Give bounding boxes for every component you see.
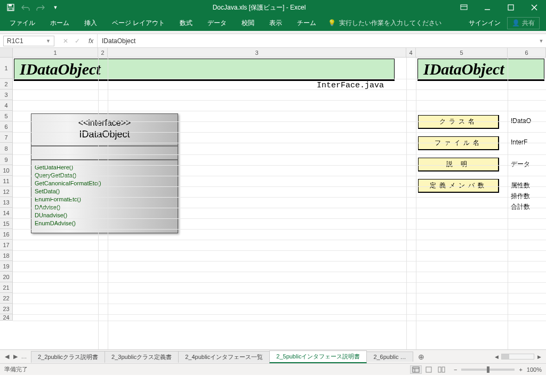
- sheet-tab[interactable]: 2_4publicインタフェース一覧: [178, 351, 270, 363]
- zoom-value[interactable]: 100%: [527, 366, 542, 373]
- sheet-tab[interactable]: 2_2publicクラス説明書: [31, 351, 105, 363]
- cancel-formula-button[interactable]: ✕: [61, 37, 70, 45]
- col-header[interactable]: 4: [406, 48, 416, 57]
- sheet-tab[interactable]: 2_6public …: [366, 352, 413, 362]
- view-normal-button[interactable]: [410, 365, 422, 374]
- svg-rect-14: [442, 367, 445, 372]
- tab-formula[interactable]: 数式: [172, 15, 200, 31]
- status-text: 準備完了: [4, 365, 28, 373]
- tab-home[interactable]: ホーム: [43, 15, 77, 31]
- enter-formula-button[interactable]: ✓: [73, 37, 82, 45]
- col-header[interactable]: 6: [508, 48, 546, 57]
- value-classname: IDataO: [511, 117, 531, 125]
- tell-me-search[interactable]: 💡 実行したい作業を入力してください: [328, 19, 441, 28]
- tab-file[interactable]: ファイル: [2, 15, 43, 31]
- row-header[interactable]: 21: [0, 282, 12, 293]
- row-header[interactable]: 1: [0, 58, 12, 79]
- sheet-tab-label: 2_6public: [373, 354, 398, 360]
- signin-link[interactable]: サインイン: [469, 19, 501, 28]
- sheet-nav-prev[interactable]: ◀: [3, 353, 11, 360]
- zoom-in-button[interactable]: +: [519, 366, 522, 373]
- tell-me-placeholder: 実行したい作業を入力してください: [339, 19, 441, 28]
- row-header[interactable]: 23: [0, 304, 12, 314]
- row-header[interactable]: 10: [0, 165, 12, 176]
- share-button[interactable]: 👤 共有: [507, 17, 540, 29]
- titlebar: ▼ DocJava.xls [保護ビュー] - Excel: [0, 0, 546, 15]
- subtitle-filename: InterFace.java: [317, 81, 384, 90]
- formula-expand-button[interactable]: ▼: [536, 38, 546, 44]
- row-header[interactable]: 18: [0, 250, 12, 261]
- row-header[interactable]: 14: [0, 208, 12, 218]
- row-header[interactable]: 19: [0, 261, 12, 272]
- view-pagebreak-button[interactable]: [436, 365, 447, 374]
- tab-data[interactable]: データ: [200, 15, 234, 31]
- row-header[interactable]: 6: [0, 121, 12, 132]
- row-header[interactable]: 4: [0, 100, 12, 111]
- sheet-nav-arrows: ◀ ▶ …: [0, 353, 31, 360]
- sheet-tab-active[interactable]: 2_5publicインタフェース説明書: [269, 350, 367, 363]
- formula-input[interactable]: IDataObject: [98, 37, 536, 45]
- uml-attributes: [31, 146, 178, 160]
- value-ops-count: 操作数: [511, 192, 530, 201]
- row-header[interactable]: 12: [0, 186, 12, 197]
- scroll-track[interactable]: [501, 354, 534, 360]
- col-header[interactable]: 1: [13, 48, 98, 57]
- row-header[interactable]: 13: [0, 197, 12, 208]
- ribbon-display-button[interactable]: [452, 0, 476, 15]
- qat-customize-button[interactable]: ▼: [49, 1, 62, 14]
- row-header[interactable]: 22: [0, 293, 12, 304]
- tab-review[interactable]: 校閲: [234, 15, 262, 31]
- select-all-corner[interactable]: [0, 48, 13, 57]
- title-cell-idataobject: IDataObject: [14, 59, 395, 81]
- fx-button[interactable]: fx: [84, 37, 94, 45]
- label-description: 説 明: [418, 158, 499, 172]
- row-header[interactable]: 16: [0, 229, 12, 240]
- close-button[interactable]: [523, 0, 546, 15]
- view-pagelayout-button[interactable]: [423, 365, 435, 374]
- row-header[interactable]: 11: [0, 176, 12, 186]
- redo-button[interactable]: [34, 1, 47, 14]
- col-header[interactable]: 3: [108, 48, 406, 57]
- sheet-tab-bar: ◀ ▶ … 2_2publicクラス説明書 2_3publicクラス定義書 2_…: [0, 349, 546, 363]
- name-box-value: R1C1: [7, 37, 23, 45]
- row-header[interactable]: 17: [0, 240, 12, 250]
- col-header[interactable]: 2: [98, 48, 108, 57]
- column-headers: 1 2 3 4 5 6: [0, 48, 546, 58]
- sheet-nav-next[interactable]: ▶: [12, 353, 19, 360]
- row-header[interactable]: 7: [0, 132, 12, 143]
- row-headers: 123456789101112131415161718192021222324: [0, 58, 13, 321]
- formula-bar: R1C1 ▼ ✕ ✓ fx IDataObject ▼: [0, 34, 546, 48]
- col-header[interactable]: 5: [416, 48, 508, 57]
- view-buttons: [410, 365, 447, 374]
- zoom-slider[interactable]: [461, 369, 515, 371]
- tab-view[interactable]: 表示: [262, 15, 290, 31]
- save-button[interactable]: [4, 1, 17, 14]
- row-header[interactable]: 8: [0, 143, 12, 154]
- row-header[interactable]: 3: [0, 89, 12, 100]
- row-header[interactable]: 5: [0, 111, 12, 121]
- row-header[interactable]: 9: [0, 154, 12, 165]
- scroll-right-icon[interactable]: ▶: [535, 354, 543, 360]
- spreadsheet-grid: 1 2 3 4 5 6 1234567891011121314151617181…: [0, 48, 546, 349]
- maximize-button[interactable]: [499, 0, 523, 15]
- row-header[interactable]: 20: [0, 272, 12, 282]
- tab-team[interactable]: チーム: [290, 15, 324, 31]
- quick-access-toolbar: ▼: [0, 1, 66, 14]
- undo-button[interactable]: [19, 1, 32, 14]
- tab-layout[interactable]: ページ レイアウト: [105, 15, 172, 31]
- minimize-button[interactable]: [476, 0, 499, 15]
- window-controls: [452, 0, 546, 15]
- row-header[interactable]: 2: [0, 79, 12, 89]
- add-sheet-button[interactable]: ⊕: [413, 353, 430, 361]
- value-description: データ: [511, 160, 530, 169]
- zoom-out-button[interactable]: −: [454, 366, 457, 373]
- sheet-nav-more[interactable]: …: [20, 353, 28, 360]
- row-header[interactable]: 15: [0, 218, 12, 229]
- name-box[interactable]: R1C1 ▼: [3, 36, 54, 46]
- scroll-left-icon[interactable]: ◀: [493, 354, 500, 360]
- row-header[interactable]: 24: [0, 314, 12, 321]
- tab-insert[interactable]: 挿入: [77, 15, 105, 31]
- cells-area[interactable]: IDataObject IDataObject InterFace.java <…: [13, 58, 546, 349]
- sheet-tab[interactable]: 2_3publicクラス定義書: [105, 351, 179, 363]
- horizontal-scrollbar[interactable]: ◀ ▶: [489, 354, 546, 360]
